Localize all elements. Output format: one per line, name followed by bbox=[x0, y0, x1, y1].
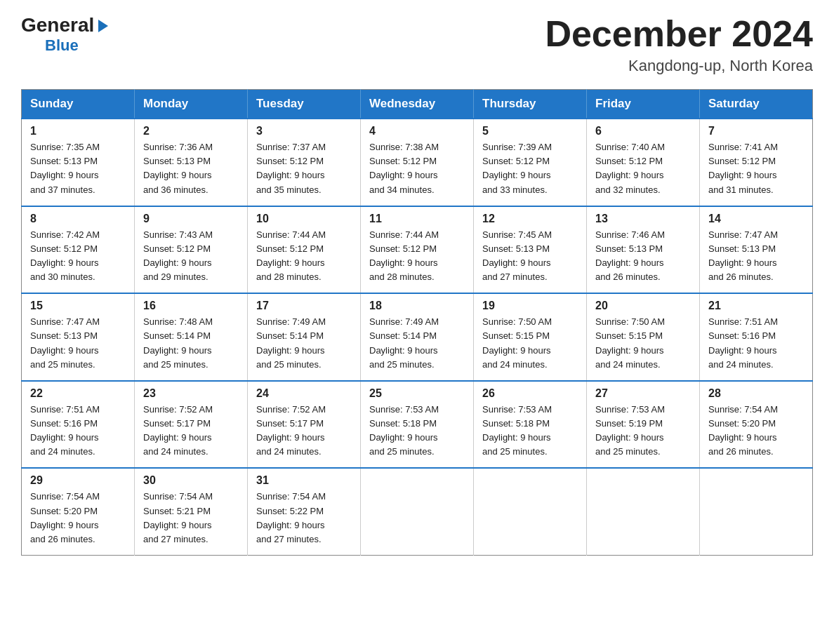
calendar-empty-cell bbox=[474, 468, 587, 555]
logo-general-text: General bbox=[21, 14, 94, 36]
calendar-day-cell: 10Sunrise: 7:44 AMSunset: 5:12 PMDayligh… bbox=[248, 206, 361, 294]
calendar-day-cell: 20Sunrise: 7:50 AMSunset: 5:15 PMDayligh… bbox=[587, 293, 700, 381]
day-number: 6 bbox=[595, 125, 691, 137]
calendar-day-cell: 21Sunrise: 7:51 AMSunset: 5:16 PMDayligh… bbox=[700, 293, 813, 381]
calendar-day-cell: 8Sunrise: 7:42 AMSunset: 5:12 PMDaylight… bbox=[22, 206, 135, 294]
header-wednesday: Wednesday bbox=[361, 90, 474, 119]
calendar-day-cell: 6Sunrise: 7:40 AMSunset: 5:12 PMDaylight… bbox=[587, 119, 700, 206]
calendar-day-cell: 12Sunrise: 7:45 AMSunset: 5:13 PMDayligh… bbox=[474, 206, 587, 294]
calendar-day-cell: 4Sunrise: 7:38 AMSunset: 5:12 PMDaylight… bbox=[361, 119, 474, 206]
day-number: 30 bbox=[143, 474, 239, 487]
day-info: Sunrise: 7:49 AMSunset: 5:14 PMDaylight:… bbox=[369, 315, 465, 372]
day-info: Sunrise: 7:53 AMSunset: 5:19 PMDaylight:… bbox=[595, 403, 691, 459]
calendar-day-cell: 3Sunrise: 7:37 AMSunset: 5:12 PMDaylight… bbox=[248, 119, 361, 206]
calendar-day-cell: 27Sunrise: 7:53 AMSunset: 5:19 PMDayligh… bbox=[587, 381, 700, 469]
location-label: Kangdong-up, North Korea bbox=[545, 57, 813, 75]
calendar-week-row: 22Sunrise: 7:51 AMSunset: 5:16 PMDayligh… bbox=[22, 381, 813, 469]
day-info: Sunrise: 7:47 AMSunset: 5:13 PMDaylight:… bbox=[708, 228, 804, 285]
day-number: 4 bbox=[369, 125, 465, 137]
day-number: 16 bbox=[143, 300, 239, 312]
calendar-day-cell: 1Sunrise: 7:35 AMSunset: 5:13 PMDaylight… bbox=[22, 119, 135, 206]
day-info: Sunrise: 7:54 AMSunset: 5:20 PMDaylight:… bbox=[708, 403, 804, 459]
day-number: 3 bbox=[256, 125, 352, 137]
day-info: Sunrise: 7:47 AMSunset: 5:13 PMDaylight:… bbox=[30, 315, 126, 372]
header-sunday: Sunday bbox=[22, 90, 135, 119]
day-info: Sunrise: 7:40 AMSunset: 5:12 PMDaylight:… bbox=[595, 140, 691, 197]
calendar-empty-cell bbox=[361, 468, 474, 555]
header-friday: Friday bbox=[587, 90, 700, 119]
day-number: 31 bbox=[256, 474, 352, 487]
calendar-empty-cell bbox=[587, 468, 700, 555]
day-number: 2 bbox=[143, 125, 239, 137]
day-number: 15 bbox=[30, 300, 126, 312]
header-monday: Monday bbox=[135, 90, 248, 119]
calendar-header-row: SundayMondayTuesdayWednesdayThursdayFrid… bbox=[22, 90, 813, 119]
calendar-day-cell: 25Sunrise: 7:53 AMSunset: 5:18 PMDayligh… bbox=[361, 381, 474, 469]
calendar-week-row: 1Sunrise: 7:35 AMSunset: 5:13 PMDaylight… bbox=[22, 119, 813, 206]
calendar-day-cell: 14Sunrise: 7:47 AMSunset: 5:13 PMDayligh… bbox=[700, 206, 813, 294]
logo: General Blue bbox=[21, 14, 111, 55]
logo-arrow-icon bbox=[95, 18, 111, 34]
day-number: 5 bbox=[482, 125, 578, 137]
header-thursday: Thursday bbox=[474, 90, 587, 119]
day-info: Sunrise: 7:53 AMSunset: 5:18 PMDaylight:… bbox=[369, 403, 465, 459]
day-info: Sunrise: 7:44 AMSunset: 5:12 PMDaylight:… bbox=[369, 228, 465, 285]
svg-marker-0 bbox=[98, 20, 108, 32]
day-info: Sunrise: 7:49 AMSunset: 5:14 PMDaylight:… bbox=[256, 315, 352, 372]
calendar-day-cell: 19Sunrise: 7:50 AMSunset: 5:15 PMDayligh… bbox=[474, 293, 587, 381]
day-info: Sunrise: 7:46 AMSunset: 5:13 PMDaylight:… bbox=[595, 228, 691, 285]
day-info: Sunrise: 7:38 AMSunset: 5:12 PMDaylight:… bbox=[369, 140, 465, 197]
calendar-day-cell: 31Sunrise: 7:54 AMSunset: 5:22 PMDayligh… bbox=[248, 468, 361, 555]
day-number: 20 bbox=[595, 300, 691, 312]
calendar-day-cell: 28Sunrise: 7:54 AMSunset: 5:20 PMDayligh… bbox=[700, 381, 813, 469]
day-number: 19 bbox=[482, 300, 578, 312]
calendar-day-cell: 29Sunrise: 7:54 AMSunset: 5:20 PMDayligh… bbox=[22, 468, 135, 555]
calendar-week-row: 29Sunrise: 7:54 AMSunset: 5:20 PMDayligh… bbox=[22, 468, 813, 555]
page-header: General Blue December 2024 Kangdong-up, … bbox=[21, 14, 813, 75]
day-number: 21 bbox=[708, 300, 804, 312]
calendar-day-cell: 2Sunrise: 7:36 AMSunset: 5:13 PMDaylight… bbox=[135, 119, 248, 206]
day-number: 26 bbox=[482, 387, 578, 400]
calendar-day-cell: 15Sunrise: 7:47 AMSunset: 5:13 PMDayligh… bbox=[22, 293, 135, 381]
day-number: 24 bbox=[256, 387, 352, 400]
calendar-day-cell: 16Sunrise: 7:48 AMSunset: 5:14 PMDayligh… bbox=[135, 293, 248, 381]
day-info: Sunrise: 7:48 AMSunset: 5:14 PMDaylight:… bbox=[143, 315, 239, 372]
calendar-week-row: 15Sunrise: 7:47 AMSunset: 5:13 PMDayligh… bbox=[22, 293, 813, 381]
day-info: Sunrise: 7:45 AMSunset: 5:13 PMDaylight:… bbox=[482, 228, 578, 285]
day-number: 17 bbox=[256, 300, 352, 312]
month-title: December 2024 bbox=[545, 14, 813, 54]
day-info: Sunrise: 7:37 AMSunset: 5:12 PMDaylight:… bbox=[256, 140, 352, 197]
calendar-day-cell: 22Sunrise: 7:51 AMSunset: 5:16 PMDayligh… bbox=[22, 381, 135, 469]
calendar-day-cell: 24Sunrise: 7:52 AMSunset: 5:17 PMDayligh… bbox=[248, 381, 361, 469]
calendar-day-cell: 5Sunrise: 7:39 AMSunset: 5:12 PMDaylight… bbox=[474, 119, 587, 206]
calendar-day-cell: 18Sunrise: 7:49 AMSunset: 5:14 PMDayligh… bbox=[361, 293, 474, 381]
calendar-day-cell: 13Sunrise: 7:46 AMSunset: 5:13 PMDayligh… bbox=[587, 206, 700, 294]
day-info: Sunrise: 7:50 AMSunset: 5:15 PMDaylight:… bbox=[482, 315, 578, 372]
day-info: Sunrise: 7:54 AMSunset: 5:21 PMDaylight:… bbox=[143, 490, 239, 546]
day-number: 13 bbox=[595, 213, 691, 225]
day-info: Sunrise: 7:43 AMSunset: 5:12 PMDaylight:… bbox=[143, 228, 239, 285]
logo-blue-text: Blue bbox=[45, 36, 79, 55]
calendar-table: SundayMondayTuesdayWednesdayThursdayFrid… bbox=[21, 89, 813, 556]
day-number: 12 bbox=[482, 213, 578, 225]
calendar-day-cell: 26Sunrise: 7:53 AMSunset: 5:18 PMDayligh… bbox=[474, 381, 587, 469]
day-info: Sunrise: 7:53 AMSunset: 5:18 PMDaylight:… bbox=[482, 403, 578, 459]
day-number: 7 bbox=[708, 125, 804, 137]
day-number: 29 bbox=[30, 474, 126, 487]
day-number: 8 bbox=[30, 213, 126, 225]
day-info: Sunrise: 7:54 AMSunset: 5:20 PMDaylight:… bbox=[30, 490, 126, 546]
calendar-day-cell: 17Sunrise: 7:49 AMSunset: 5:14 PMDayligh… bbox=[248, 293, 361, 381]
day-info: Sunrise: 7:35 AMSunset: 5:13 PMDaylight:… bbox=[30, 140, 126, 197]
day-info: Sunrise: 7:50 AMSunset: 5:15 PMDaylight:… bbox=[595, 315, 691, 372]
day-number: 28 bbox=[708, 387, 804, 400]
day-number: 23 bbox=[143, 387, 239, 400]
day-info: Sunrise: 7:42 AMSunset: 5:12 PMDaylight:… bbox=[30, 228, 126, 285]
calendar-week-row: 8Sunrise: 7:42 AMSunset: 5:12 PMDaylight… bbox=[22, 206, 813, 294]
day-number: 9 bbox=[143, 213, 239, 225]
header-saturday: Saturday bbox=[700, 90, 813, 119]
calendar-day-cell: 9Sunrise: 7:43 AMSunset: 5:12 PMDaylight… bbox=[135, 206, 248, 294]
day-number: 22 bbox=[30, 387, 126, 400]
calendar-empty-cell bbox=[700, 468, 813, 555]
calendar-day-cell: 7Sunrise: 7:41 AMSunset: 5:12 PMDaylight… bbox=[700, 119, 813, 206]
day-info: Sunrise: 7:51 AMSunset: 5:16 PMDaylight:… bbox=[708, 315, 804, 372]
